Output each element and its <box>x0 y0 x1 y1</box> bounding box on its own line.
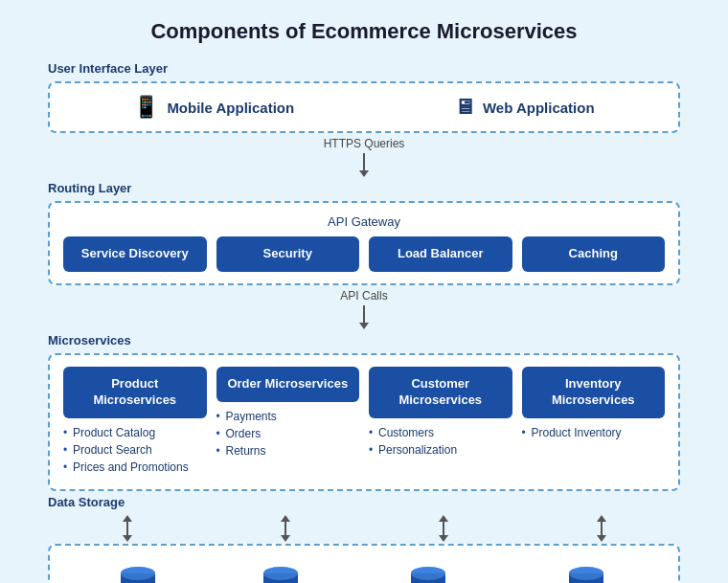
arrow-vert-3 <box>443 522 444 535</box>
db-arrow-2 <box>281 515 290 542</box>
data-storage-label: Data Storage <box>48 495 680 509</box>
api-arrow: API Calls <box>340 289 387 329</box>
arrow-vert-4 <box>601 522 603 535</box>
ms-col-inventory: Inventory Microservices Product Inventor… <box>522 367 666 443</box>
https-arrow-row: HTTPS Queries <box>48 137 680 177</box>
routing-layer-label: Routing Layer <box>48 181 680 195</box>
ms-items-product: Product Catalog Product Search Prices an… <box>63 426 207 474</box>
ms-item: Prices and Promotions <box>63 460 207 474</box>
ms-col-customer: Customer Microservices Customers Persona… <box>369 367 512 460</box>
db-arrow-1 <box>123 515 132 542</box>
arrow-up-4 <box>597 515 606 522</box>
arrow-vert-1 <box>126 522 128 535</box>
routing-layer: Routing Layer API Gateway Service Discov… <box>48 181 680 285</box>
ui-layer-box: 📱 Mobile Application 🖥 Web Application <box>48 81 680 133</box>
svg-point-7 <box>263 567 298 580</box>
ms-item: Product Catalog <box>63 426 207 439</box>
gateway-buttons-row: Service Discovery Security Load Balancer… <box>63 236 665 272</box>
ms-item: Orders <box>216 427 360 440</box>
db-order: Order DB <box>255 567 306 583</box>
arrow-vert-2 <box>284 522 286 535</box>
web-app-label: Web Application <box>483 100 595 116</box>
https-label: HTTPS Queries <box>324 137 405 150</box>
db-icon-product <box>119 567 157 583</box>
ms-items-order: Payments Orders Returns <box>216 410 360 458</box>
data-storage-layer: Data Storage <box>48 495 680 583</box>
arrow-line-1 <box>363 153 365 170</box>
dbs-row: Product DB Order DB <box>63 557 665 583</box>
db-icon-customer <box>409 567 447 583</box>
arrow-down-1 <box>123 535 132 542</box>
btn-caching[interactable]: Caching <box>522 236 666 272</box>
arrow-down-4 <box>597 535 606 542</box>
web-app-item: 🖥 Web Application <box>454 95 595 120</box>
ms-items-customer: Customers Personalization <box>369 426 512 457</box>
ms-col-product: Product Microservices Product Catalog Pr… <box>63 367 207 478</box>
gateway-label: API Gateway <box>63 214 665 229</box>
api-label: API Calls <box>340 289 387 303</box>
ms-items-inventory: Product Inventory <box>522 426 666 439</box>
api-arrow-row: API Calls <box>48 289 680 329</box>
arrow-up-2 <box>281 515 290 522</box>
microservices-box: Product Microservices Product Catalog Pr… <box>48 353 680 491</box>
ui-apps-row: 📱 Mobile Application 🖥 Web Application <box>63 95 665 120</box>
arrow-down-3 <box>439 535 448 542</box>
svg-point-15 <box>569 567 603 580</box>
arrow-head-2 <box>359 323 369 329</box>
ms-item: Payments <box>216 410 360 423</box>
mobile-app-label: Mobile Application <box>167 100 294 116</box>
ms-col-order: Order Microservices Payments Orders Retu… <box>216 367 360 461</box>
ms-item: Customers <box>369 426 512 439</box>
ms-item: Product Search <box>63 443 207 457</box>
db-arrow-3 <box>439 515 448 542</box>
db-icon-order <box>262 567 300 583</box>
routing-layer-box: API Gateway Service Discovery Security L… <box>48 201 680 285</box>
btn-security[interactable]: Security <box>216 236 360 272</box>
db-product: Product DB <box>106 567 170 583</box>
ms-header-order: Order Microservices <box>216 367 360 402</box>
ui-layer: User Interface Layer 📱 Mobile Applicatio… <box>48 61 680 133</box>
ms-item: Product Inventory <box>522 426 666 439</box>
microservices-label: Microservices <box>48 333 680 348</box>
mobile-app-item: 📱 Mobile Application <box>133 95 294 120</box>
data-arrows-row <box>48 515 680 542</box>
arrow-head-1 <box>359 170 369 177</box>
https-arrow: HTTPS Queries <box>324 137 405 177</box>
db-customer: Customer DB <box>392 567 466 583</box>
ui-layer-label: User Interface Layer <box>48 61 680 76</box>
arrow-down-2 <box>281 535 290 542</box>
svg-point-11 <box>411 567 445 580</box>
microservices-layer: Microservices Product Microservices Prod… <box>48 333 680 491</box>
web-icon: 🖥 <box>454 95 475 120</box>
arrow-up-3 <box>439 515 448 522</box>
diagram-container: Components of Ecommerce Microservices Us… <box>19 0 709 583</box>
ms-grid: Product Microservices Product Catalog Pr… <box>63 367 665 478</box>
data-storage-box: Product DB Order DB <box>48 544 680 583</box>
arrow-up-1 <box>123 515 132 522</box>
db-arrow-4 <box>597 515 606 542</box>
mobile-icon: 📱 <box>133 95 159 120</box>
svg-point-3 <box>121 567 155 580</box>
ms-header-product: Product Microservices <box>63 367 207 418</box>
ms-item: Personalization <box>369 443 512 457</box>
ms-header-inventory: Inventory Microservices <box>522 367 666 418</box>
ms-header-customer: Customer Microservices <box>369 367 512 418</box>
ms-item: Returns <box>216 444 360 458</box>
db-icon-inventory <box>567 567 605 583</box>
arrow-line-2 <box>363 305 365 323</box>
btn-service-discovery[interactable]: Service Discovery <box>63 236 207 272</box>
main-title: Components of Ecommerce Microservices <box>48 19 680 44</box>
db-inventory: Inventory DB <box>551 567 623 583</box>
btn-load-balancer[interactable]: Load Balancer <box>369 236 512 272</box>
